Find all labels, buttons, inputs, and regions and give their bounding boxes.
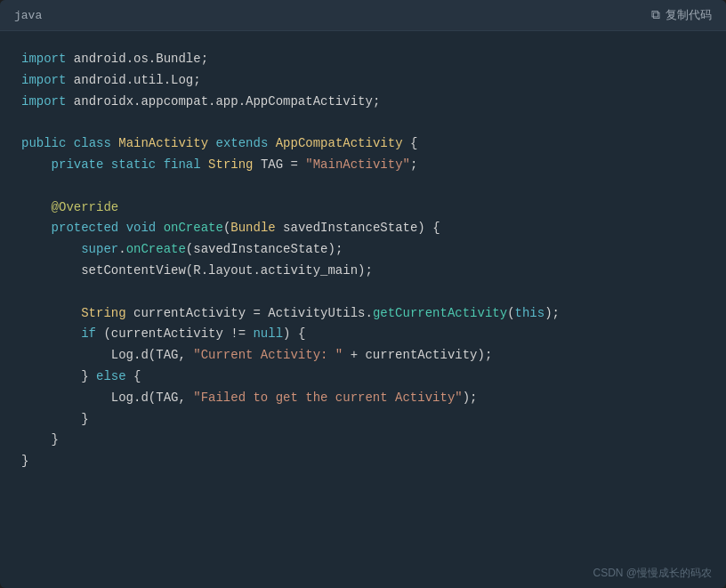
copy-label: 复制代码 [666, 7, 712, 23]
code-block: java ⧉ 复制代码 import android.os.Bundle; im… [0, 0, 726, 588]
code-line: } else { [21, 366, 705, 388]
code-line: setContentView(R.layout.activity_main); [21, 261, 705, 282]
code-content: import android.os.Bundle; import android… [0, 31, 726, 559]
copy-icon: ⧉ [651, 8, 660, 22]
code-line: String currentActivity = ActivityUtils.g… [21, 303, 705, 325]
code-line: import androidx.appcompat.app.AppCompatA… [21, 92, 705, 113]
code-line [21, 282, 705, 303]
code-line: import android.util.Log; [21, 70, 705, 92]
code-line [21, 176, 705, 197]
attribution-footer: CSDN @慢慢成长的码农 [0, 559, 726, 588]
code-line: import android.os.Bundle; [21, 49, 705, 70]
copy-button[interactable]: ⧉ 复制代码 [651, 7, 712, 23]
code-line: @Override [21, 197, 705, 219]
code-line: Log.d(TAG, "Failed to get the current Ac… [21, 388, 705, 409]
code-line: super.onCreate(savedInstanceState); [21, 239, 705, 261]
code-line: } [21, 409, 705, 431]
attribution-text: CSDN @慢慢成长的码农 [593, 567, 712, 579]
code-line: Log.d(TAG, "Current Activity: " + curren… [21, 345, 705, 366]
code-line: private static final String TAG = "MainA… [21, 155, 705, 176]
code-line: if (currentActivity != null) { [21, 324, 705, 345]
code-line: protected void onCreate(Bundle savedInst… [21, 218, 705, 239]
code-header: java ⧉ 复制代码 [0, 0, 726, 31]
code-line: } [21, 451, 705, 472]
code-line: public class MainActivity extends AppCom… [21, 133, 705, 155]
code-line: } [21, 430, 705, 451]
language-label: java [14, 9, 42, 22]
code-line [21, 112, 705, 133]
